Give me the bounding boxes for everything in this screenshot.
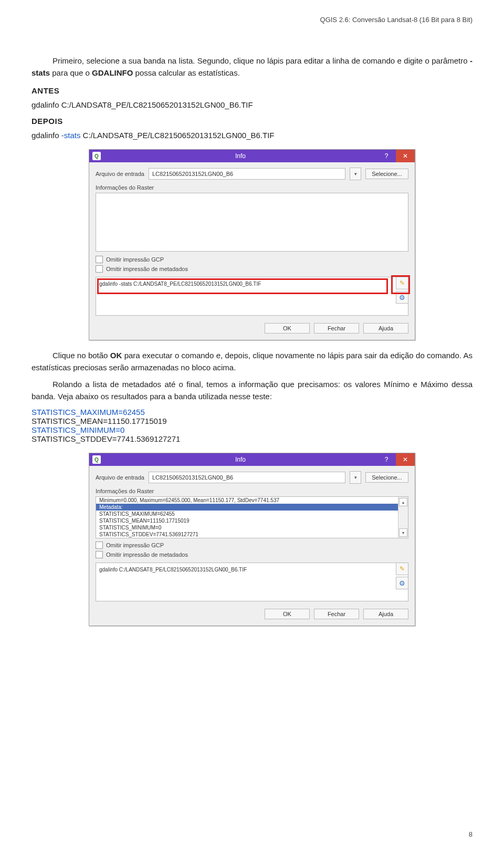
titlebar: Q Info ? ✕ [89, 150, 415, 162]
help-button[interactable]: Ajuda [363, 323, 408, 334]
ok-button[interactable]: OK [265, 323, 310, 334]
p1-gdalinfo: GDALINFO [92, 68, 133, 77]
omit-gcp-label: Omitir impressão GCP [106, 542, 164, 548]
raster-info-label: Informações do Raster [96, 488, 408, 494]
stat-std: STATISTICS_STDDEV=7741.5369127271 [32, 434, 472, 443]
close-button[interactable]: Fechar [314, 323, 359, 334]
scroll-up-icon[interactable]: ▴ [399, 498, 407, 506]
omit-gcp-checkbox[interactable] [96, 256, 103, 263]
qgis-icon: Q [92, 152, 101, 160]
command-text: gdalinfo C:/LANDSAT8_PE/LC82150652013152… [99, 566, 405, 589]
paragraph-1: Primeiro, selecione a sua banda na lista… [32, 55, 472, 79]
dropdown-button[interactable]: ▾ [350, 471, 361, 484]
command-box[interactable]: gdalinfo -stats C:/LANDSAT8_PE/LC8215065… [96, 277, 408, 316]
omit-gcp-label: Omitir impressão GCP [106, 256, 164, 263]
result-summary: Minimum=0.000, Maximum=62455.000, Mean=1… [96, 497, 398, 504]
p1a: Primeiro, selecione a sua banda na lista… [52, 56, 470, 65]
stat-mean: STATISTICS_MEAN=11150.17715019 [32, 417, 472, 425]
result-line-mean: STATISTICS_MEAN=11150.17715019 [96, 517, 398, 524]
label-antes: ANTES [32, 86, 472, 95]
highlight-command [97, 278, 388, 294]
raster-info-box[interactable]: Minimum=0.000, Maximum=62455.000, Mean=1… [96, 496, 408, 538]
command-box[interactable]: gdalinfo C:/LANDSAT8_PE/LC82150652013152… [96, 563, 408, 601]
result-line-min: STATISTICS_MINIMUM=0 [96, 524, 398, 531]
input-file-field[interactable]: LC82150652013152LGN00_B6 [149, 472, 345, 483]
select-button[interactable]: Selecione... [365, 472, 408, 483]
stat-min: STATISTICS_MINIMUM=0 [32, 425, 472, 434]
result-line-max: STATISTICS_MAXIMUM=62455 [96, 511, 398, 517]
input-file-label: Arquivo de entrada [96, 171, 144, 177]
close-button[interactable]: Fechar [314, 609, 359, 619]
metadata-header: Metadata: [96, 504, 398, 511]
page-number: 8 [469, 830, 472, 838]
qgis-icon: Q [92, 455, 101, 464]
info-dialog-1: Q Info ? ✕ Arquivo de entrada LC82150652… [89, 149, 415, 340]
stat-max: STATISTICS_MAXIMUM=62455 [32, 408, 472, 417]
help-icon[interactable]: ? [377, 150, 396, 162]
scroll-down-icon[interactable]: ▾ [399, 528, 407, 537]
cmd-before: gdalinfo C:/LANDSAT8_PE/LC82150652013152… [32, 100, 472, 109]
p1b: para que o [50, 68, 92, 77]
paragraph-2: Clique no botão OK para executar o coman… [32, 350, 472, 373]
cmd-after-a: gdalinfo [32, 131, 61, 140]
omit-meta-checkbox[interactable] [96, 265, 103, 273]
raster-info-label: Informações do Raster [96, 184, 408, 191]
close-icon[interactable]: ✕ [396, 453, 415, 466]
help-icon[interactable]: ? [377, 453, 396, 466]
titlebar: Q Info ? ✕ [89, 453, 415, 466]
dialog-title: Info [104, 152, 377, 160]
info-dialog-2: Q Info ? ✕ Arquivo de entrada LC82150652… [89, 453, 415, 626]
pencil-icon[interactable]: ✎ [396, 563, 408, 575]
raster-info-box[interactable] [96, 193, 408, 252]
omit-meta-label: Omitir impressão de metadados [106, 551, 188, 558]
cmd-after-c: C:/LANDSAT8_PE/LC82150652013152LGN00_B6.… [80, 131, 274, 140]
omit-meta-checkbox[interactable] [96, 551, 103, 558]
p2a: Clique no botão [52, 351, 110, 360]
help-button[interactable]: Ajuda [363, 609, 408, 619]
close-icon[interactable]: ✕ [396, 150, 415, 162]
input-file-label: Arquivo de entrada [96, 474, 144, 481]
paragraph-3: Rolando a lista de metadados até o final… [32, 379, 472, 402]
omit-gcp-checkbox[interactable] [96, 542, 103, 549]
doc-header: QGIS 2.6: Conversão Landsat-8 (16 Bit pa… [32, 16, 472, 24]
scrollbar[interactable]: ▴ ▾ [398, 497, 408, 538]
dropdown-button[interactable]: ▾ [350, 168, 361, 180]
result-line-std: STATISTICS_STDDEV=7741.5369127271 [96, 531, 398, 538]
ok-button[interactable]: OK [265, 609, 310, 619]
p2-ok: OK [110, 351, 122, 360]
cmd-after: gdalinfo -stats C:/LANDSAT8_PE/LC8215065… [32, 131, 472, 140]
input-file-field[interactable]: LC82150652013152LGN00_B6 [149, 168, 345, 180]
label-depois: DEPOIS [32, 117, 472, 126]
highlight-pencil [391, 275, 410, 294]
select-button[interactable]: Selecione... [365, 169, 408, 179]
dialog-title: Info [104, 456, 377, 463]
cmd-after-b: -stats [61, 131, 81, 140]
gear-icon[interactable]: ⚙ [396, 577, 408, 589]
omit-meta-label: Omitir impressão de metadados [106, 266, 188, 272]
p1c: possa calcular as estatísticas. [133, 68, 239, 77]
